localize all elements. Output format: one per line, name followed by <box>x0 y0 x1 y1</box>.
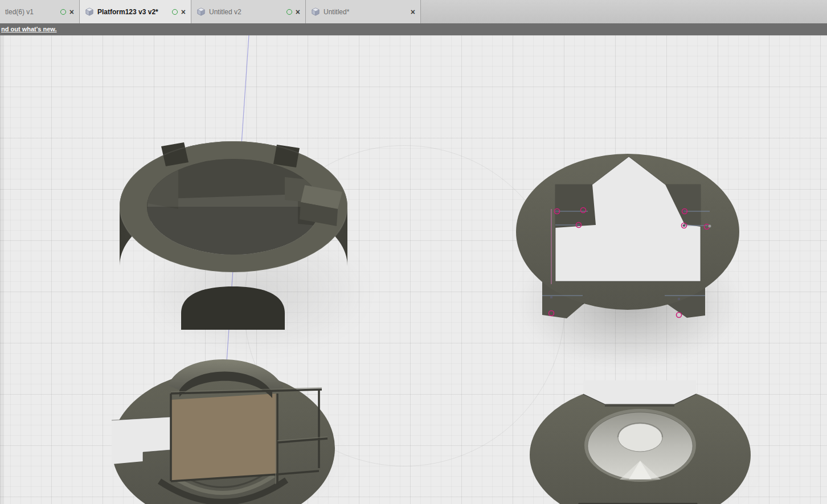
sync-status-icon <box>286 9 292 15</box>
front-arch-opening <box>181 286 285 330</box>
canvas-left-shade <box>0 35 4 504</box>
viewport-canvas[interactable] <box>0 35 827 504</box>
document-tab-bar: tled(6) v1 × Platform123 v3 v2* × Untitl… <box>0 0 827 23</box>
slotted-platform-body <box>516 154 739 318</box>
close-tab-icon[interactable]: × <box>411 8 415 16</box>
close-tab-icon[interactable]: × <box>296 8 300 16</box>
base-plate-body <box>112 359 335 504</box>
model-part-ring-housing[interactable] <box>117 140 350 333</box>
model-part-conical-hub-plate[interactable] <box>529 377 753 504</box>
top-notch-cutout <box>583 380 696 404</box>
tab-untitled-star[interactable]: Untitled* × <box>306 0 421 23</box>
tab-platform123-v3-v2[interactable]: Platform123 v3 v2* × <box>80 0 191 23</box>
tab-label: Untitled v2 <box>209 8 283 16</box>
notification-bar: nd out what's new. <box>0 23 827 35</box>
conical-bore <box>584 409 696 482</box>
sync-status-icon <box>60 9 66 15</box>
document-cube-icon <box>311 7 320 17</box>
tab-bar-empty-area <box>421 0 827 23</box>
close-tab-icon[interactable]: × <box>181 8 186 16</box>
tab-label: Platform123 v3 v2* <box>97 8 169 16</box>
whats-new-link[interactable]: nd out what's new. <box>0 23 57 35</box>
tab-untitled-v2[interactable]: Untitled v2 × <box>191 0 306 23</box>
tab-label: Untitled* <box>324 8 407 16</box>
document-cube-icon <box>85 7 94 17</box>
model-part-ribbed-base-plate[interactable] <box>111 346 339 504</box>
tab-untitled6-v1[interactable]: tled(6) v1 × <box>0 0 80 23</box>
ring-housing-body <box>117 140 350 333</box>
hub-plate-body <box>530 380 751 504</box>
tab-label: tled(6) v1 <box>5 8 57 16</box>
sync-status-icon <box>172 9 178 15</box>
document-cube-icon <box>196 7 206 17</box>
model-part-slotted-platform[interactable] <box>515 152 743 323</box>
cad-application-window: tled(6) v1 × Platform123 v3 v2* × Untitl… <box>0 0 827 504</box>
rim-slot <box>273 145 300 167</box>
close-tab-icon[interactable]: × <box>69 8 74 16</box>
tan-floor <box>171 394 277 481</box>
